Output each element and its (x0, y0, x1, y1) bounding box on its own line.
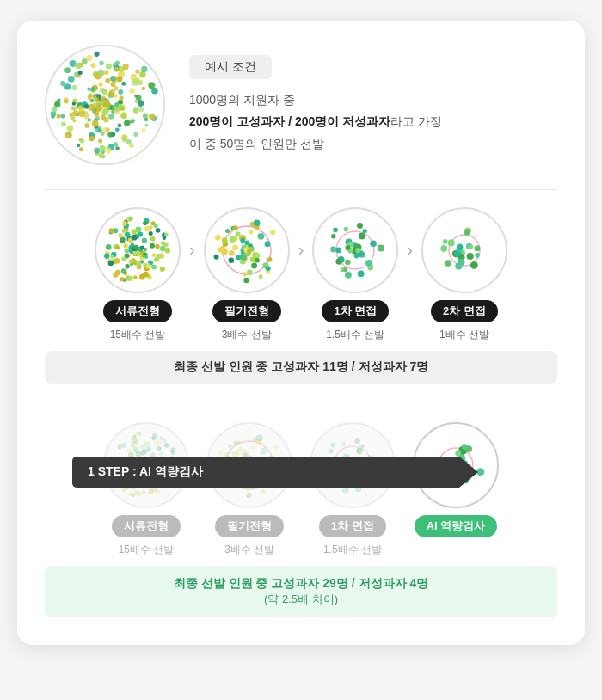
svg-point-171 (104, 70, 109, 75)
svg-point-408 (358, 271, 365, 278)
svg-point-369 (232, 244, 238, 250)
svg-point-129 (121, 134, 127, 140)
condition-line2: 200명이 고성과자 / 200명이 저성과자라고 가정 (189, 111, 557, 132)
svg-point-125 (72, 102, 76, 106)
svg-point-204 (120, 237, 126, 243)
svg-point-315 (131, 258, 135, 262)
svg-point-498 (164, 443, 169, 448)
svg-point-113 (121, 82, 126, 86)
svg-point-404 (345, 272, 352, 279)
svg-point-571 (261, 489, 266, 494)
svg-point-421 (443, 239, 448, 244)
svg-point-184 (105, 147, 111, 153)
step-label-0: 서류전형 (112, 515, 181, 537)
svg-point-280 (115, 246, 119, 249)
svg-point-261 (164, 232, 169, 236)
svg-point-302 (149, 231, 153, 236)
svg-point-509 (153, 441, 158, 446)
svg-point-272 (120, 277, 124, 281)
svg-point-400 (330, 247, 336, 253)
svg-point-127 (64, 67, 71, 73)
condition-text: 1000명의 지원자 중 200명이 고성과자 / 200명이 저성과자라고 가… (189, 89, 557, 155)
svg-point-149 (77, 144, 80, 147)
svg-point-319 (142, 238, 147, 243)
process-label-0: 서류전형 (103, 300, 172, 322)
svg-point-362 (219, 246, 225, 252)
svg-point-195 (118, 71, 125, 77)
svg-point-94 (72, 107, 77, 111)
svg-point-301 (133, 245, 138, 250)
svg-point-266 (138, 232, 143, 237)
svg-point-614 (228, 444, 232, 448)
svg-point-79 (120, 113, 127, 120)
svg-point-179 (61, 122, 66, 127)
svg-point-312 (132, 230, 137, 235)
svg-point-515 (131, 436, 136, 441)
svg-point-134 (95, 73, 101, 80)
svg-point-332 (258, 274, 262, 279)
process-item-3: 2차 면접 1배수 선발 (413, 207, 516, 342)
svg-point-309 (143, 272, 149, 278)
svg-point-88 (89, 136, 95, 142)
svg-point-335 (232, 225, 237, 230)
svg-point-325 (251, 263, 257, 269)
svg-point-673 (462, 444, 468, 450)
top-dot-circle (45, 45, 165, 165)
svg-point-147 (142, 128, 146, 132)
svg-point-225 (160, 246, 166, 252)
arrow-1: › (298, 207, 304, 260)
svg-point-103 (73, 119, 77, 122)
svg-point-262 (110, 255, 114, 258)
svg-point-26 (84, 123, 89, 128)
svg-point-595 (256, 434, 263, 441)
condition-line1: 1000명의 지원자 중 (189, 89, 557, 111)
svg-point-307 (144, 255, 148, 259)
svg-point-38 (141, 66, 147, 72)
svg-point-85 (64, 100, 69, 104)
svg-point-433 (475, 245, 481, 251)
svg-point-637 (354, 438, 360, 444)
svg-point-196 (119, 95, 123, 100)
svg-point-338 (229, 250, 235, 256)
process-circle-0 (95, 207, 181, 293)
svg-point-380 (247, 249, 251, 254)
condition-line2-bold: 200명이 고성과자 / 200명이 저성과자 (189, 114, 390, 128)
svg-point-132 (88, 95, 93, 100)
svg-point-19 (60, 81, 65, 86)
svg-point-99 (89, 132, 93, 136)
svg-point-193 (94, 52, 99, 57)
svg-point-17 (67, 126, 73, 132)
svg-point-377 (255, 258, 260, 263)
main-card: 예시 조건 1000명의 지원자 중 200명이 고성과자 / 200명이 저성… (17, 21, 585, 645)
svg-point-87 (80, 138, 84, 143)
svg-point-16 (139, 71, 145, 77)
svg-point-434 (448, 239, 455, 246)
svg-point-376 (249, 230, 253, 234)
svg-point-160 (98, 107, 102, 111)
svg-point-187 (61, 114, 65, 118)
svg-point-188 (99, 153, 104, 158)
svg-point-263 (119, 233, 123, 237)
svg-point-137 (114, 94, 118, 98)
svg-point-214 (121, 268, 126, 273)
svg-point-410 (354, 254, 359, 259)
svg-point-182 (103, 117, 109, 123)
svg-point-382 (345, 260, 350, 265)
svg-point-406 (359, 233, 366, 240)
svg-point-97 (138, 107, 144, 113)
svg-point-135 (91, 63, 96, 68)
svg-point-70 (132, 119, 135, 122)
condition-line2-suffix: 라고 가정 (390, 114, 442, 128)
svg-point-173 (110, 82, 115, 87)
svg-point-379 (255, 253, 260, 258)
svg-point-372 (240, 255, 246, 261)
svg-point-128 (68, 76, 75, 83)
svg-point-535 (118, 443, 123, 448)
svg-point-530 (137, 491, 142, 496)
svg-point-340 (228, 257, 234, 263)
svg-point-405 (378, 244, 384, 251)
svg-point-189 (129, 143, 134, 148)
svg-point-39 (98, 139, 102, 144)
svg-point-356 (253, 219, 260, 226)
svg-point-102 (111, 110, 114, 114)
